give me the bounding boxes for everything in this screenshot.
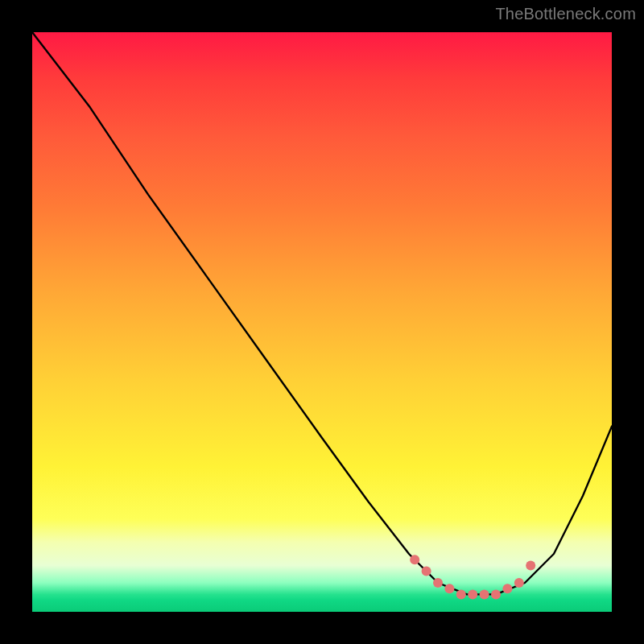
marker-dot [422, 567, 431, 576]
marker-dot [433, 578, 443, 588]
marker-dot [468, 589, 477, 599]
marker-dots [410, 555, 535, 599]
marker-dot [410, 555, 419, 564]
marker-dot [480, 589, 489, 599]
marker-dot [491, 589, 501, 599]
marker-dot [444, 584, 454, 593]
plot-area [32, 32, 612, 612]
marker-dot [456, 589, 466, 599]
curve-path [32, 32, 612, 594]
marker-dot [514, 578, 524, 588]
watermark-text: TheBottleneck.com [495, 5, 636, 23]
chart-svg [32, 32, 612, 612]
marker-dot [526, 560, 535, 570]
chart-frame: TheBottleneck.com [0, 0, 644, 644]
marker-dot [502, 584, 512, 593]
curve-line [32, 32, 612, 594]
